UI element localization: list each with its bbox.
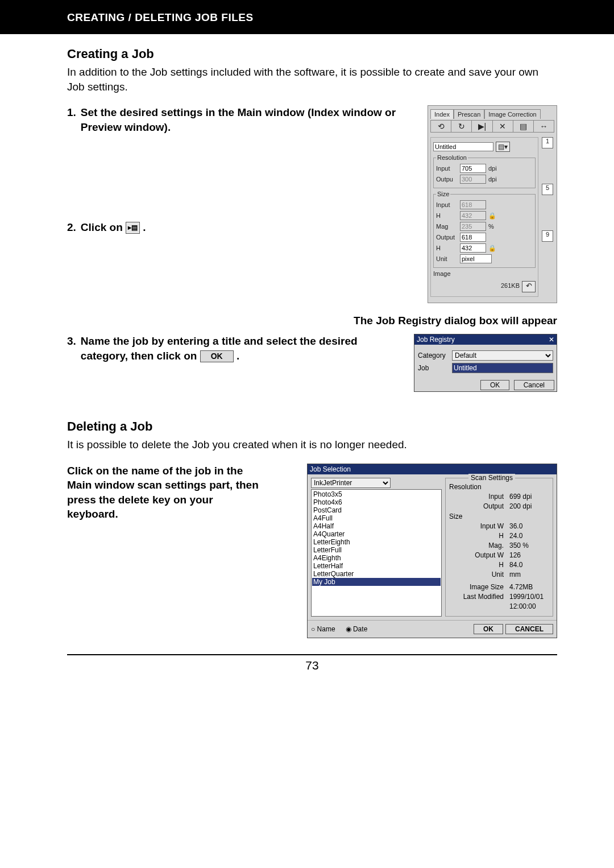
size-input-label: Input [436,201,458,208]
thumb-1[interactable]: 1 [542,137,553,148]
size-legend: Size [436,191,450,197]
ss-v: mm [509,571,549,578]
toolbar-btn-4[interactable]: ✕ [493,121,513,132]
unit-field[interactable] [460,254,492,263]
reset-icon[interactable]: ↶ [522,281,536,292]
toolbar-btn-3[interactable]: ▶| [472,121,492,132]
step1-number: 1. [67,105,76,134]
section-header-title: CREATING / DELETING JOB FILES [67,11,254,23]
category-select[interactable]: Default [452,350,553,361]
list-item[interactable]: A4Half [312,522,441,530]
ss-k: Image Size [449,583,509,591]
close-icon[interactable]: ✕ [549,336,554,344]
job-dropdown-icon[interactable]: ▤▾ [496,142,510,152]
size-h2-field[interactable] [460,243,486,253]
jobsel-ok-button[interactable]: OK [474,624,503,634]
ss-k: H [449,532,509,540]
step3-number: 3. [67,334,76,363]
size-h1-label: H [436,212,458,219]
scan-settings-panel: Index Prescan Image Correction ⟲ ↻ ▶| ✕ … [428,105,557,303]
size-h1-field[interactable] [460,211,486,220]
toolbar-btn-6[interactable]: ↔ [534,121,554,132]
resolution-fieldset: Resolution Input dpi Outpu dpi [433,154,536,188]
ss-v: 699 dpi [509,493,549,501]
list-item[interactable]: LetterQuarter [312,570,441,578]
job-name-input[interactable] [452,363,553,373]
size-output-field[interactable] [460,233,486,242]
registry-caption: The Job Registry dialog box will appear [67,313,557,328]
list-item[interactable]: LetterHalf [312,562,441,570]
ss-k: Unit [449,571,509,578]
toolbar-btn-2[interactable]: ↻ [451,121,472,132]
size-output-label: Output [436,234,458,241]
step2-pre: Click on [81,221,123,233]
registry-title: Job Registry [417,336,455,344]
list-item[interactable]: A4Eighth [312,554,441,562]
registry-ok-button[interactable]: OK [480,380,509,390]
list-item[interactable]: A4Quarter [312,530,441,538]
resolution-legend: Resolution [436,154,468,161]
list-item[interactable]: Photo4x6 [312,498,441,506]
size-fieldset: Size Input H🔒 Mag% Output H🔒 Unit [433,191,536,268]
ss-k: Mag. [449,542,509,549]
ss-v: 24.0 [509,532,549,540]
page-number: 73 [67,659,557,684]
res-output-unit: dpi [488,176,497,183]
ss-size-label: Size [449,512,549,520]
res-input-label: Input [436,165,458,172]
list-item-selected[interactable]: My Job [312,578,441,586]
image-label: Image [433,270,455,277]
ss-v: 126 [509,551,549,559]
creating-heading: Creating a Job [67,47,557,61]
job-registry-dialog: Job Registry ✕ Category Default Job OK C… [414,334,557,392]
ss-res-label: Resolution [449,483,549,491]
image-size-value: 261KB [501,282,520,289]
ss-v: 350 % [509,542,549,549]
ss-v: 4.72MB [509,583,549,591]
res-input-unit: dpi [488,165,497,172]
lock-icon-1[interactable]: 🔒 [488,212,496,220]
jobsel-category-select[interactable]: InkJetPrinter [311,478,391,488]
ok-button-inline: OK [200,350,234,362]
mag-field[interactable] [460,222,486,231]
sort-name-radio[interactable]: Name [311,625,335,633]
mag-unit: % [488,223,494,230]
deleting-instruction: Click on the name of the job in the Main… [67,464,260,522]
footer-rule [67,654,557,655]
size-input-field[interactable] [460,200,486,209]
lock-icon-2[interactable]: 🔒 [488,245,496,252]
res-output-field[interactable] [460,175,486,184]
ss-k [449,602,509,610]
unit-label: Unit [436,255,458,262]
tab-index[interactable]: Index [430,109,454,119]
job-selection-dialog: Job Selection InkJetPrinter Photo3x5 Pho… [307,464,557,638]
step2-post: . [143,221,146,233]
ss-v: 12:00:00 [509,602,549,610]
ss-k: H [449,561,509,569]
toolbar-btn-5[interactable]: ▤ [513,121,534,132]
job-label: Job [418,364,449,372]
list-item[interactable]: PostCard [312,506,441,514]
ss-v: 84.0 [509,561,549,569]
ss-v: 1999/10/01 [509,593,549,601]
thumb-9[interactable]: 9 [542,230,553,242]
list-item[interactable]: Photo3x5 [312,490,441,498]
registry-cancel-button[interactable]: Cancel [514,380,554,390]
jobsel-cancel-button[interactable]: CANCEL [505,624,553,634]
step1-text: Set the desired settings in the Main win… [81,105,417,134]
tab-prescan[interactable]: Prescan [454,109,484,119]
panel-tabs: Index Prescan Image Correction [430,109,554,119]
list-item[interactable]: A4Full [312,514,441,522]
res-input-field[interactable] [460,164,486,173]
job-list[interactable]: Photo3x5 Photo4x6 PostCard A4Full A4Half… [311,489,442,617]
job-name-field[interactable] [433,142,493,151]
list-item[interactable]: LetterFull [312,546,441,554]
list-item[interactable]: LetterEighth [312,538,441,546]
scan-settings-box: Scan Settings Resolution Input699 dpi Ou… [445,478,553,617]
size-h2-label: H [436,245,458,251]
sort-date-radio[interactable]: Date [346,625,368,633]
tab-image-correction[interactable]: Image Correction [484,109,540,119]
toolbar-btn-1[interactable]: ⟲ [431,121,451,132]
thumb-5[interactable]: 5 [542,184,553,195]
ss-k: Input [449,493,509,501]
